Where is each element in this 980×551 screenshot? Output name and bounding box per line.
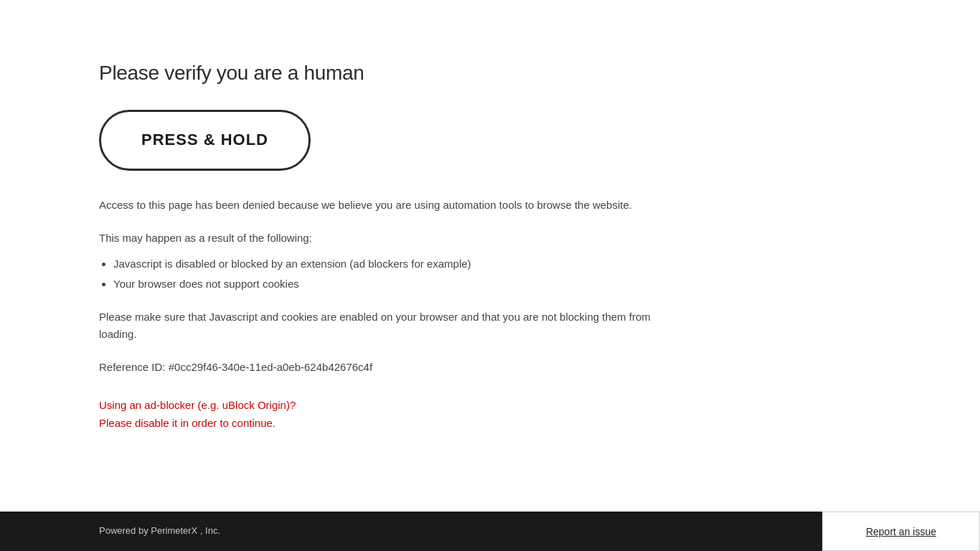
footer: Powered by PerimeterX , Inc. Report an i…	[0, 512, 980, 551]
adblocker-line1: Using an ad-blocker (e.g. uBlock Origin)…	[99, 396, 689, 415]
list-item: Javascript is disabled or blocked by an …	[113, 255, 689, 273]
list-item: Your browser does not support cookies	[113, 276, 689, 293]
press-hold-button[interactable]: PRESS & HOLD	[99, 110, 311, 171]
main-content: Please verify you are a human PRESS & HO…	[0, 0, 689, 512]
powered-by-text: Powered by PerimeterX , Inc.	[99, 524, 220, 539]
press-hold-label: PRESS & HOLD	[141, 131, 268, 149]
ensure-text: Please make sure that Javascript and coo…	[99, 309, 689, 343]
report-issue-button[interactable]: Report an issue	[822, 512, 980, 551]
may-happen-text: This may happen as a result of the follo…	[99, 230, 689, 247]
adblocker-line2: Please disable it in order to continue.	[99, 414, 689, 433]
page-title: Please verify you are a human	[99, 57, 689, 90]
access-denied-description: Access to this page has been denied beca…	[99, 197, 687, 214]
reference-id: Reference ID: #0cc29f46-340e-11ed-a0eb-6…	[99, 359, 689, 376]
adblocker-notice: Using an ad-blocker (e.g. uBlock Origin)…	[99, 396, 689, 433]
reasons-list: Javascript is disabled or blocked by an …	[113, 255, 689, 293]
